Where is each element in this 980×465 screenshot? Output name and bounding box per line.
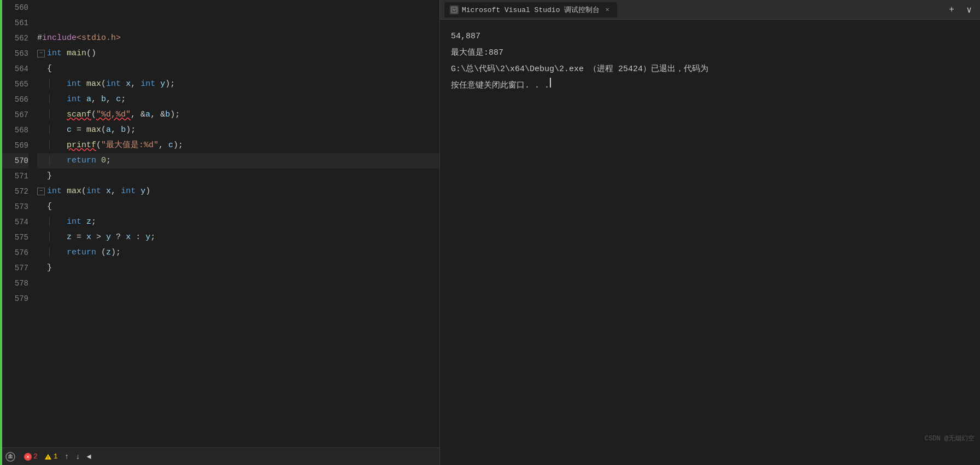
- svg-rect-2: [9, 454, 11, 455]
- line-num-571: 571: [2, 168, 28, 184]
- code-editor-panel: 560 561 562 563 564 565 566 567 568 569 …: [0, 0, 440, 465]
- line-560: [37, 0, 439, 15]
- copilot-icon: [5, 452, 15, 462]
- code-lines-container[interactable]: #include<stdio.h> −int main() { │ int ma…: [33, 0, 439, 447]
- line-575: │ z = x > y ? x : y ;: [37, 230, 439, 245]
- error-icon: ✕: [24, 453, 32, 461]
- line-num-561: 561: [2, 15, 28, 31]
- svg-text:!: !: [46, 455, 49, 460]
- line-564: {: [37, 61, 439, 77]
- line-574: │ int z ;: [37, 214, 439, 230]
- output-line-4: 按任意键关闭此窗口. . .: [451, 78, 969, 94]
- line-579: [37, 291, 439, 306]
- line-num-563: 563: [2, 46, 28, 61]
- console-tab[interactable]: Microsoft Visual Studio 调试控制台 ✕: [444, 2, 617, 18]
- line-571: }: [37, 168, 439, 184]
- line-567: │ scanf ( "%d,%d" , & a , & b );: [37, 107, 439, 123]
- green-indicator-bar: [0, 0, 2, 465]
- warning-icon: !: [44, 454, 52, 460]
- line-566: │ int a , b , c ;: [37, 92, 439, 107]
- error-count[interactable]: ✕ 2: [24, 452, 38, 461]
- svg-point-3: [9, 456, 10, 457]
- line-578: [37, 276, 439, 291]
- console-tab-bar: Microsoft Visual Studio 调试控制台 ✕ + ∨: [440, 0, 980, 20]
- include-directive: include: [42, 31, 77, 46]
- add-tab-button[interactable]: +: [945, 3, 958, 16]
- line-570: │ return 0 ;: [37, 153, 439, 168]
- tab-actions: + ∨: [945, 3, 976, 16]
- line-565: │ int max ( int x , int y );: [37, 77, 439, 92]
- line-num-574: 574: [2, 214, 28, 230]
- line-561: [37, 15, 439, 31]
- status-robot-icon: [5, 452, 15, 462]
- line-num-560: 560: [2, 0, 28, 15]
- line-num-569: 569: [2, 138, 28, 153]
- navigate-left-button[interactable]: ◄: [86, 452, 91, 461]
- line-num-579: 579: [2, 291, 28, 306]
- line-562: #include<stdio.h>: [37, 31, 439, 46]
- status-bar: ✕ 2 ! 1 ↑ ↓ ◄: [0, 447, 439, 465]
- line-num-572: 572: [2, 184, 28, 199]
- line-576: │ return ( z );: [37, 245, 439, 260]
- fold-icon-572[interactable]: −: [37, 188, 45, 195]
- output-line-3: G:\总\代码\2\x64\Debug\2.exe （进程 25424）已退出，…: [451, 61, 969, 78]
- line-num-578: 578: [2, 276, 28, 291]
- warning-count[interactable]: ! 1: [44, 452, 58, 461]
- line-572: − int max ( int x , int y ): [37, 184, 439, 199]
- line-num-566: 566: [2, 92, 28, 107]
- line-num-570: 570: [2, 153, 28, 168]
- console-panel: Microsoft Visual Studio 调试控制台 ✕ + ∨ 54,8…: [440, 0, 980, 465]
- output-line-1: 54,887: [451, 28, 969, 45]
- line-num-573: 573: [2, 199, 28, 214]
- svg-point-4: [11, 456, 13, 457]
- line-573: {: [37, 199, 439, 214]
- line-num-564: 564: [2, 61, 28, 77]
- line-num-576: 576: [2, 245, 28, 260]
- fn-main: main: [67, 46, 86, 61]
- console-tab-title: Microsoft Visual Studio 调试控制台: [462, 5, 600, 15]
- console-output: 54,887 最大值是:887 G:\总\代码\2\x64\Debug\2.ex…: [440, 20, 980, 465]
- console-tab-close[interactable]: ✕: [603, 5, 612, 14]
- fold-icon-563[interactable]: −: [37, 50, 45, 57]
- line-569: │ printf ( "最大值是:%d" , c );: [37, 138, 439, 153]
- navigate-up-button[interactable]: ↑: [64, 452, 69, 461]
- output-line-2: 最大值是:887: [451, 45, 969, 61]
- line-num-577: 577: [2, 260, 28, 276]
- line-num-567: 567: [2, 107, 28, 123]
- line-num-565: 565: [2, 77, 28, 92]
- include-keyword: #: [37, 31, 42, 46]
- line-568: │ c = max ( a , b );: [37, 123, 439, 138]
- console-tab-icon: [450, 5, 459, 14]
- line-num-568: 568: [2, 123, 28, 138]
- line-num-575: 575: [2, 230, 28, 245]
- include-path: <stdio.h>: [77, 31, 121, 46]
- code-content-area: 560 561 562 563 564 565 566 567 568 569 …: [0, 0, 439, 447]
- line-563: −int main(): [37, 46, 439, 61]
- kw-int-563: int: [47, 46, 62, 61]
- watermark: CSDN @无烟幻空: [925, 434, 975, 443]
- tab-dropdown-button[interactable]: ∨: [963, 3, 976, 16]
- line-numbers: 560 561 562 563 564 565 566 567 568 569 …: [0, 0, 33, 447]
- line-577: }: [37, 260, 439, 276]
- line-num-562: 562: [2, 31, 28, 46]
- navigate-down-button[interactable]: ↓: [75, 452, 80, 461]
- svg-rect-7: [451, 7, 457, 13]
- console-cursor: [550, 78, 551, 88]
